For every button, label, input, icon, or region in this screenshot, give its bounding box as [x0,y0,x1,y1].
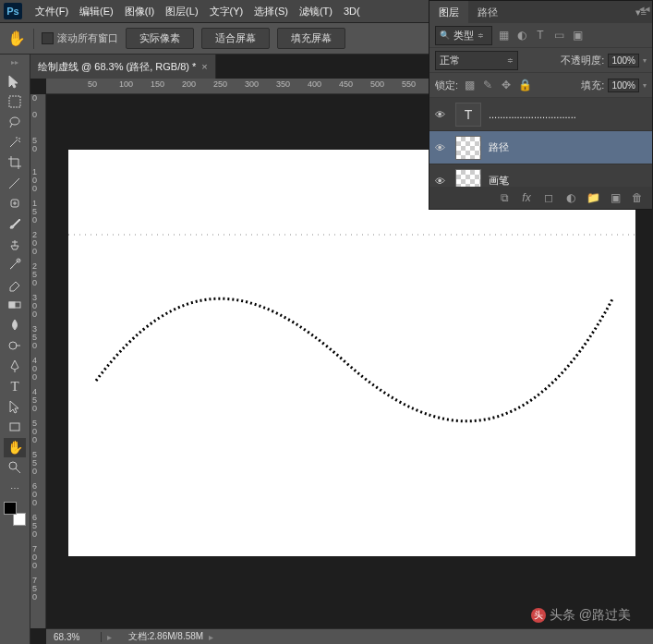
tool-palette: ▸▸ T ✋ ⋯ [0,55,30,644]
doc-tab-title: 绘制虚线 @ 68.3% (路径, RGB/8) * [38,60,196,74]
watermark-logo-icon: 头 [531,608,546,623]
svg-rect-0 [9,96,20,107]
brush-tool[interactable] [4,214,26,234]
link-layers-icon[interactable]: ⧉ [497,190,512,205]
layer-mask-icon[interactable]: ◻ [541,190,556,205]
path-select-tool[interactable] [4,397,26,417]
menu-edit[interactable]: 编辑(E) [74,1,119,22]
close-tab-icon[interactable]: × [201,61,207,72]
svg-point-8 [9,462,17,469]
status-bar: 68.3% ▸ 文档:2.86M/8.58M ▸ [46,628,653,644]
visibility-toggle-icon[interactable]: 👁 [435,109,448,120]
blur-tool[interactable] [4,316,26,335]
menu-image[interactable]: 图像(I) [119,1,160,22]
opacity-input[interactable]: 100% [608,54,639,67]
lasso-tool[interactable] [4,113,26,132]
layer-name[interactable]: 画笔 [489,174,509,187]
layer-row[interactable]: 👁 画笔 [429,164,652,187]
filter-kind-dropdown[interactable]: 🔍类型≑ [435,26,492,45]
scroll-all-label: 滚动所有窗口 [57,31,118,45]
menu-layer[interactable]: 图层(L) [160,1,203,22]
spot-heal-tool[interactable] [4,194,26,213]
layer-group-icon[interactable]: 📁 [586,190,600,205]
filter-pixel-icon[interactable]: ▦ [496,28,511,43]
status-arrow2-icon[interactable]: ▸ [203,632,219,642]
fit-screen-button[interactable]: 适合屏幕 [201,28,270,49]
layer-list: 👁 T ............................... 👁 路径… [429,98,652,187]
filter-adjust-icon[interactable]: ◐ [514,28,529,43]
status-doc-size[interactable]: 文档:2.86M/8.58M [117,630,203,643]
canvas[interactable] [68,150,635,556]
tab-paths[interactable]: 路径 [468,1,507,24]
menu-3d[interactable]: 3D( [338,2,366,20]
rectangle-tool[interactable] [4,418,26,437]
history-brush-tool[interactable] [4,255,26,274]
filter-shape-icon[interactable]: ▭ [551,28,566,43]
actual-pixels-button[interactable]: 实际像素 [126,28,194,49]
fill-screen-button[interactable]: 填充屏幕 [277,28,345,49]
lock-all-icon[interactable]: 🔒 [517,78,532,92]
clone-stamp-tool[interactable] [4,235,26,254]
opacity-scrub-icon[interactable]: ▾ [643,56,647,65]
zoom-tool[interactable] [4,458,26,478]
svg-rect-7 [10,423,19,431]
visibility-toggle-icon[interactable]: 👁 [435,176,448,187]
hand-tool[interactable]: ✋ [4,438,26,457]
crop-tool[interactable] [4,153,26,173]
layer-fx-icon[interactable]: fx [519,190,534,205]
svg-point-1 [10,117,19,125]
adjustment-layer-icon[interactable]: ◐ [563,190,578,205]
panel-collapse-icon[interactable]: ◂◂ [639,3,650,15]
visibility-toggle-icon[interactable]: 👁 [435,142,448,153]
marquee-tool[interactable] [4,92,26,112]
gradient-tool[interactable] [4,296,26,315]
layer-name[interactable]: ............................... [489,109,576,120]
layer-thumb-icon [455,169,481,188]
app-logo: Ps [4,3,22,19]
fill-label: 填充: [581,79,604,92]
layer-row[interactable]: 👁 路径 [429,131,652,164]
svg-rect-5 [9,302,15,308]
fill-input[interactable]: 100% [608,79,639,92]
lock-pos-icon[interactable]: ✥ [499,78,514,92]
delete-layer-icon[interactable]: 🗑 [630,190,645,205]
move-tool[interactable] [4,72,26,91]
layer-thumb-type-icon: T [455,103,481,127]
layer-thumb-icon [455,136,481,160]
hand-tool-icon: ✋ [7,30,26,47]
pen-tool[interactable] [4,357,26,376]
bg-color-swatch[interactable] [13,513,26,526]
new-layer-icon[interactable]: ▣ [608,190,623,205]
tab-layers[interactable]: 图层 [429,1,468,24]
canvas-content [68,150,635,556]
lock-paint-icon[interactable]: ✎ [480,78,495,92]
watermark: 头 头条 @路过美 [531,607,631,624]
menu-filter[interactable]: 滤镜(T) [294,1,338,22]
eraser-tool[interactable] [4,275,26,295]
menu-select[interactable]: 选择(S) [248,1,294,22]
magic-wand-tool[interactable] [4,133,26,152]
dodge-tool[interactable] [4,336,26,356]
fg-color-swatch[interactable] [4,502,17,515]
expand-tools-icon[interactable]: ▸▸ [11,58,18,69]
blend-mode-dropdown[interactable]: 正常≑ [435,51,518,70]
document-tab[interactable]: 绘制虚线 @ 68.3% (路径, RGB/8) * × [30,55,216,79]
menu-file[interactable]: 文件(F) [30,1,74,22]
edit-toolbar[interactable]: ⋯ [4,479,26,498]
menu-type[interactable]: 文字(Y) [204,1,249,22]
status-arrow-icon[interactable]: ▸ [102,632,117,642]
eyedropper-tool[interactable] [4,174,26,193]
scroll-all-windows-checkbox[interactable]: 滚动所有窗口 [42,31,118,45]
lock-trans-icon[interactable]: ▩ [462,78,477,92]
svg-point-6 [9,342,17,349]
layers-panel: ◂◂ 图层 路径 ▾≡ 🔍类型≑ ▦ ◐ T ▭ ▣ 正常≑ 不透明度: 100… [429,0,653,210]
filter-type-icon[interactable]: T [533,28,548,43]
ruler-vertical: 0050100150200250300350400450500550600650… [30,94,46,628]
filter-smart-icon[interactable]: ▣ [570,28,585,43]
status-zoom[interactable]: 68.3% [46,632,102,642]
layer-name[interactable]: 路径 [489,140,509,154]
layer-row[interactable]: 👁 T ............................... [429,98,652,131]
fill-scrub-icon[interactable]: ▾ [643,81,647,90]
color-swatches[interactable] [4,502,26,526]
type-tool[interactable]: T [4,377,26,396]
